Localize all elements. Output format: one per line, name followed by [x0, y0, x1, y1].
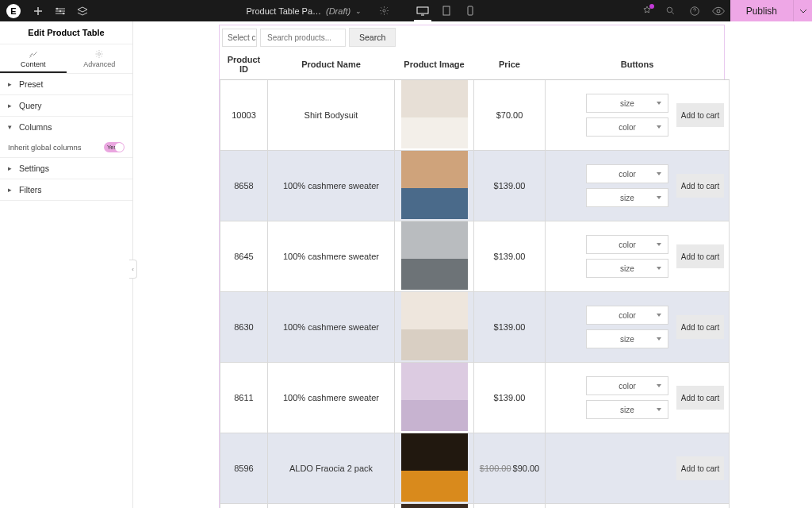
svg-point-9 [717, 10, 720, 13]
variant-select-size[interactable]: size [586, 329, 668, 348]
svg-point-7 [667, 7, 672, 13]
cell-product-id: 8596 [220, 433, 268, 504]
topbar-left: E [0, 0, 94, 21]
variant-select-color[interactable]: color [586, 117, 668, 137]
product-search-input[interactable] [260, 29, 346, 47]
draft-label: (Draft) [326, 6, 350, 16]
section-query[interactable]: ▸Query [0, 95, 132, 116]
section-filters-label: Filters [19, 185, 42, 194]
panel-title: Edit Product Table [0, 21, 132, 44]
product-image [401, 221, 468, 290]
caret-right-icon: ▸ [8, 186, 14, 194]
category-dropdown[interactable]: Select category [222, 29, 257, 47]
notifications-icon[interactable] [635, 0, 659, 21]
buttons-wrap: colorsizeAdd to cart [550, 164, 724, 207]
variant-select-size[interactable]: size [586, 94, 668, 113]
variant-select-size[interactable]: size [586, 259, 668, 278]
add-to-cart-button[interactable]: Add to cart [676, 174, 724, 198]
publish-button[interactable]: Publish [730, 0, 793, 21]
tab-content-label: Content [21, 60, 46, 68]
device-tablet-icon[interactable] [435, 0, 458, 21]
cell-product-name: 100% cashmere sweater [268, 363, 395, 433]
cell-buttons: Add to cart [546, 433, 730, 504]
cell-buttons: sizecolorAdd to cart [546, 80, 730, 151]
variant-select-size[interactable]: size [586, 188, 668, 207]
preview-canvas: Select category Search Product ID Produc… [133, 21, 812, 508]
toggle-label: Yes [107, 142, 117, 152]
header-product-name: Product Name [268, 49, 395, 80]
layers-icon[interactable] [71, 0, 94, 21]
buttons-wrap: colorsizeAdd to cart [550, 235, 724, 278]
cell-price: $99.00 [474, 504, 546, 509]
add-to-cart-button[interactable]: Add to cart [676, 315, 724, 339]
device-mobile-icon[interactable] [458, 0, 482, 21]
add-to-cart-button[interactable]: Add to cart [676, 244, 724, 268]
variant-select-color[interactable]: color [586, 376, 668, 395]
cell-buttons: colorAdd to cart [546, 504, 730, 509]
search-button[interactable]: Search [349, 28, 396, 47]
topbar: E Product Table Pa… (Draft) ⌄ [0, 0, 812, 21]
cell-price: $70.00 [474, 80, 546, 151]
variant-select-color[interactable]: color [586, 306, 668, 325]
publish-options-caret[interactable] [793, 0, 812, 21]
section-preset[interactable]: ▸Preset [0, 74, 132, 94]
elementor-logo[interactable]: E [0, 0, 27, 21]
svg-point-2 [63, 12, 64, 13]
svg-rect-6 [468, 6, 473, 15]
product-image [401, 151, 468, 219]
inherit-toggle[interactable]: Yes [104, 142, 124, 152]
section-filters[interactable]: ▸Filters [0, 179, 132, 200]
cell-product-id: 8658 [220, 151, 268, 221]
cell-product-id: 8532 [220, 504, 268, 509]
caret-right-icon: ▸ [8, 80, 14, 88]
variant-select-color[interactable]: color [586, 235, 668, 254]
product-image [401, 292, 468, 360]
section-settings[interactable]: ▸Settings [0, 158, 132, 179]
product-image [401, 504, 468, 508]
structure-icon[interactable] [49, 0, 71, 21]
caret-down-icon: ▾ [8, 123, 14, 131]
cell-product-name: 100% cashmere sweater [268, 221, 395, 292]
page-settings-icon[interactable] [373, 0, 395, 21]
add-to-cart-button[interactable]: Add to cart [676, 103, 724, 127]
buttons-wrap: colorsizeAdd to cart [550, 306, 724, 348]
cell-product-image [395, 151, 474, 221]
page-name: Product Table Pa… [246, 6, 321, 16]
table-row: 8611100% cashmere sweater$139.00colorsiz… [220, 363, 730, 433]
section-columns[interactable]: ▾Columns [0, 117, 132, 137]
cell-product-id: 8645 [220, 221, 268, 292]
tab-content[interactable]: Content [0, 44, 67, 73]
cell-product-name: 100% cashmere sweater [268, 292, 395, 363]
section-settings-label: Settings [19, 164, 49, 173]
panel-tabs: Content Advanced [0, 44, 132, 74]
table-filter-bar: Select category Search [220, 25, 724, 49]
cell-product-name: Shirt Bodysuit [268, 80, 395, 151]
variant-select-color[interactable]: color [586, 164, 668, 183]
product-table-widget[interactable]: Select category Search Product ID Produc… [219, 25, 725, 508]
topbar-center: Product Table Pa… (Draft) ⌄ [94, 0, 635, 21]
finder-search-icon[interactable] [659, 0, 683, 21]
add-to-cart-button[interactable]: Add to cart [676, 456, 724, 480]
header-product-image: Product Image [395, 49, 474, 80]
add-widget-icon[interactable] [27, 0, 49, 21]
variant-select-size[interactable]: size [586, 400, 668, 419]
page-name-caret-icon[interactable]: ⌄ [355, 7, 362, 15]
tab-advanced[interactable]: Advanced [67, 44, 133, 73]
preview-icon[interactable] [707, 0, 730, 21]
inherit-label: Inherit global columns [8, 143, 81, 152]
cell-price: $139.00 [474, 363, 546, 433]
cell-buttons: colorsizeAdd to cart [546, 221, 730, 292]
cell-price: $139.00 [474, 292, 546, 363]
cell-price: $100.00$90.00 [474, 433, 546, 504]
add-to-cart-button[interactable]: Add to cart [676, 386, 724, 410]
variant-selects: sizecolor [586, 94, 668, 137]
header-buttons: Buttons [546, 49, 730, 80]
cell-price: $139.00 [474, 221, 546, 292]
cell-price: $139.00 [474, 151, 546, 221]
sidebar-collapse-handle[interactable]: ‹ [129, 260, 137, 279]
cell-product-image [395, 292, 474, 363]
help-icon[interactable] [683, 0, 707, 21]
product-image [401, 80, 468, 148]
device-desktop-icon[interactable] [411, 0, 435, 21]
notification-dot [649, 4, 654, 9]
